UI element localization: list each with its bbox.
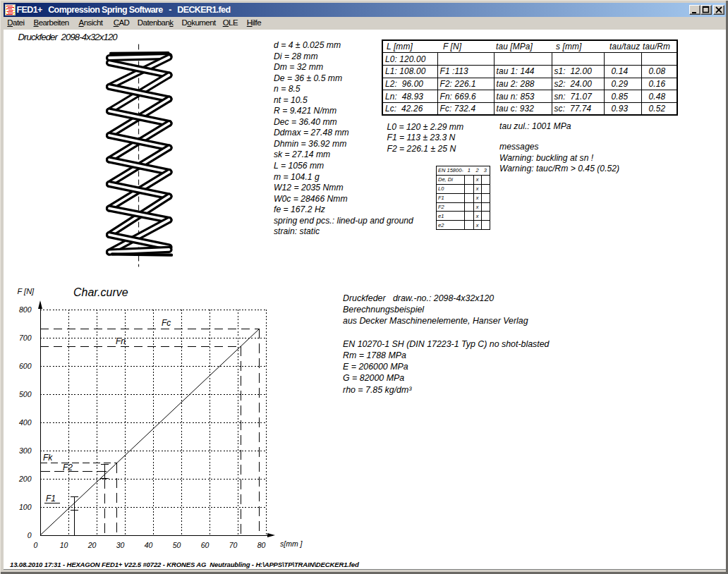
svg-text:0: 0 (28, 531, 32, 539)
svg-text:60: 60 (201, 541, 210, 549)
svg-text:0: 0 (34, 541, 38, 549)
svg-text:400: 400 (19, 418, 32, 427)
svg-text:600: 600 (19, 362, 32, 370)
svg-text:10: 10 (60, 541, 68, 549)
svg-text:500: 500 (19, 390, 32, 398)
svg-text:100: 100 (19, 503, 32, 511)
svg-text:20: 20 (87, 541, 97, 549)
svg-text:Fn: Fn (116, 336, 126, 346)
svg-text:70: 70 (229, 541, 238, 549)
svg-text:50: 50 (173, 541, 181, 549)
svg-text:Fk: Fk (43, 453, 53, 463)
svg-text:200: 200 (18, 475, 32, 483)
svg-text:30: 30 (116, 541, 125, 549)
svg-text:F1: F1 (46, 494, 56, 503)
svg-text:80: 80 (257, 541, 266, 549)
svg-text:700: 700 (19, 334, 32, 342)
svg-text:800: 800 (19, 305, 32, 314)
svg-text:300: 300 (19, 446, 32, 455)
svg-text:40: 40 (145, 541, 153, 549)
svg-text:F2: F2 (63, 463, 73, 472)
svg-text:Fc: Fc (162, 318, 171, 328)
